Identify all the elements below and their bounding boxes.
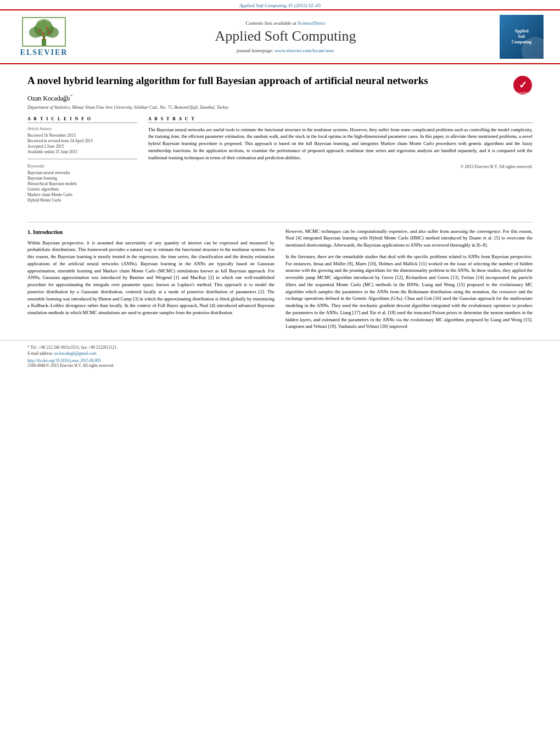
elsevier-logo-container: ELSEVIER [11,15,77,59]
accepted-date: Accepted 2 June 2015 [27,144,137,149]
received-revised-date: Received in revised form 24 April 2015 [27,138,137,143]
journal-title: Applied Soft Computing [215,28,356,44]
footnote-symbol: * [27,345,30,350]
abstract-paragraph: The Bayesian neural networks are useful … [148,126,533,161]
homepage-url[interactable]: www.elsevier.com/locate/asoc [275,48,334,53]
footer: * Tel.: +90 212 246 0011x5511; fax: +90 … [0,340,560,370]
abstract-text: The Bayesian neural networks are useful … [148,126,533,161]
crossmark-container: ✓ CrossMark [513,75,533,96]
issn-line: 1568-4946/© 2015 Elsevier B.V. All right… [27,363,533,368]
intro-paragraph-1: Within Bayesian perspective, it is assum… [27,239,275,316]
author-name: Ozan Kocadağlı* [27,93,533,103]
keyword-3: Hierarchical Bayesian models [27,181,137,186]
journal-badge-container: AppliedSoftComputing [494,15,549,59]
page: Applied Soft Computing 35 (2015) 52–65 [0,0,560,742]
elsevier-logo: ELSEVIER [20,17,68,57]
keyword-6: Hybrid Monte Carlo [27,198,137,203]
keyword-5: Markov chain Monte Carlo [27,192,137,197]
svg-point-9 [48,31,51,34]
body-left-column: 1. Introduction Within Bayesian perspect… [27,228,275,335]
section1-title: 1. Introduction [27,228,275,236]
article-info-header: A R T I C L E I N F O [27,116,137,123]
elsevier-tree-icon [22,17,66,47]
title-row: ✓ CrossMark A novel hybrid learning algo… [27,74,533,88]
elsevier-text: ELSEVIER [20,48,68,57]
abstract-header: A B S T R A C T [148,116,533,123]
keyword-4: Genetic algorithms [27,187,137,192]
article-title: A novel hybrid learning algorithm for fu… [27,74,533,88]
available-date: Available online 25 June 2015 [27,149,137,154]
journal-ref-bar: Applied Soft Computing 35 (2015) 52–65 [0,0,560,9]
history-label: Article history: [27,126,137,131]
footnote-text: Tel.: +90 212 246 0011x5511; fax: +90 21… [31,345,117,350]
keywords-label: Keywords: [27,164,137,169]
svg-text:✓: ✓ [519,80,527,91]
badge-text: AppliedSoftComputing [512,29,531,44]
sciencedirect-prefix: Contents lists available at [246,20,296,26]
copyright-notice: © 2015 Elsevier B.V. All rights reserved… [148,164,533,169]
svg-point-10 [42,20,46,23]
intro-paragraph-3: In the literature, there are the remarka… [285,253,533,330]
content-divider [27,222,533,222]
svg-point-7 [46,27,48,29]
journal-badge: AppliedSoftComputing [500,15,544,59]
keyword-1: Bayesian neural networks [27,170,137,175]
header-main: ELSEVIER Contents lists available at Sci… [0,9,560,64]
svg-point-6 [38,29,41,31]
doi-line: http://dx.doi.org/10.1016/j.asoc.2015.06… [27,357,533,363]
email-address[interactable]: oz.kocadagli@gmail.com [54,351,97,356]
journal-homepage: journal homepage: www.elsevier.com/locat… [237,48,334,53]
article-info-column: A R T I C L E I N F O Article history: R… [27,116,137,203]
info-separator [27,159,137,159]
body-columns: 1. Introduction Within Bayesian perspect… [0,228,560,335]
svg-text:CrossMark: CrossMark [516,91,530,94]
received-date: Received 16 November 2013 [27,133,137,138]
email-line: E-mail address: oz.kocadagli@gmail.com [27,351,533,356]
footnote: * Tel.: +90 212 246 0011x5511; fax: +90 … [27,345,533,350]
keyword-2: Bayesian learning [27,176,137,181]
email-label: E-mail address: [27,351,53,356]
header-center: Contents lists available at ScienceDirec… [77,15,494,59]
doi-link[interactable]: http://dx.doi.org/10.1016/j.asoc.2015.06… [27,358,101,363]
svg-point-8 [42,32,44,35]
abstract-column: A B S T R A C T The Bayesian neural netw… [148,116,533,203]
affiliation: Department of Statistics, Mimar Sinan Fi… [27,105,533,110]
sciencedirect-url[interactable]: ScienceDirect [298,20,325,26]
body-right-column: However, MCMC techniques can be computat… [285,228,533,335]
intro-paragraph-2: However, MCMC techniques can be computat… [285,228,533,249]
article-area: ✓ CrossMark A novel hybrid learning algo… [0,64,560,216]
sciencedirect-link[interactable]: Contents lists available at ScienceDirec… [246,20,326,26]
article-meta-columns: A R T I C L E I N F O Article history: R… [27,116,533,203]
crossmark-icon: ✓ CrossMark [513,75,533,95]
homepage-label: journal homepage: [237,48,273,53]
